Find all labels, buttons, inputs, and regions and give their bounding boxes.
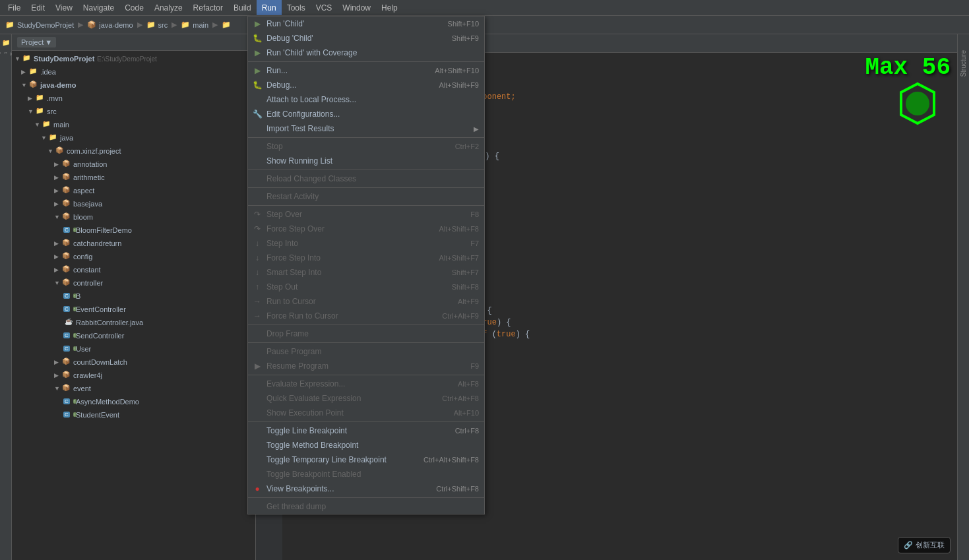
debug-child-item[interactable]: 🐛 Debug 'Child' Shift+F9: [248, 31, 484, 46]
menu-code[interactable]: Code: [119, 0, 149, 15]
tree-b-label: B: [76, 292, 80, 300]
controller-pkg-icon: 📦: [61, 278, 71, 288]
menu-vcs[interactable]: VCS: [311, 0, 338, 15]
sendcontroller-class-icon: C ↑: [63, 331, 74, 340]
step-over-item: ↷ Step Over F8: [248, 207, 484, 222]
tree-event[interactable]: ▼ 📦 event: [12, 382, 255, 395]
run-coverage-item[interactable]: ▶ Run 'Child' with Coverage: [248, 46, 484, 60]
menu-navigate[interactable]: Navigate: [78, 0, 119, 15]
menu-view[interactable]: View: [50, 0, 78, 15]
reload-label: Reload Changed Classes: [266, 174, 479, 183]
thread-dump-label: Get thread dump: [266, 502, 479, 511]
tree-java[interactable]: ▼ 📁 java: [12, 131, 255, 144]
view-bp-item[interactable]: ● View Breakpoints... Ctrl+Shift+F8: [248, 482, 484, 496]
separator-9: [248, 421, 484, 422]
rabbitcontroller-icon: ☕: [63, 318, 74, 327]
project-dropdown[interactable]: Project ▼: [17, 37, 56, 47]
tree-src[interactable]: ▼ 📁 src: [12, 105, 255, 118]
tree-bloomfilter[interactable]: C ↑ BloomFilterDemo: [12, 224, 255, 237]
menu-analyze[interactable]: Analyze: [149, 0, 188, 15]
tree-controller[interactable]: ▼ 📦 controller: [12, 276, 255, 290]
tree-java-demo-label: java-demo: [40, 81, 76, 89]
debug-alt-item[interactable]: 🐛 Debug... Alt+Shift+F9: [248, 78, 484, 92]
force-step-over-item: ↷ Force Step Over Alt+Shift+F8: [248, 222, 484, 236]
step-into-icon: ↓: [252, 239, 263, 248]
tree-sendcontroller-label: SendController: [76, 332, 124, 340]
menu-build[interactable]: Build: [228, 0, 257, 15]
tree-rabbitcontroller-label: RabbitController.java: [76, 319, 143, 327]
tree-idea[interactable]: ▶ 📁 .idea: [12, 65, 255, 78]
user-class-icon: C ↑: [63, 344, 74, 354]
import-test-item[interactable]: Import Test Results ▶: [248, 121, 484, 136]
run-child-item[interactable]: ▶ Run 'Child' Shift+F10: [248, 16, 484, 31]
force-step-over-label: Force Step Over: [266, 224, 425, 233]
breadcrumb-folder-icon: 📁: [5, 20, 15, 29]
tree-main[interactable]: ▼ 📁 main: [12, 118, 255, 131]
toggle-method-bp-item[interactable]: Toggle Method Breakpoint: [248, 438, 484, 452]
tree-studentevent[interactable]: C ↑ StudentEvent: [12, 408, 255, 421]
exec-point-label: Show Execution Point: [266, 408, 441, 418]
toggle-bp-item[interactable]: Toggle Line Breakpoint Ctrl+F8: [248, 423, 484, 438]
tree-catchandreturn[interactable]: ▶ 📦 catchandreturn: [12, 237, 255, 250]
tree-annotation[interactable]: ▶ 📦 annotation: [12, 158, 255, 171]
tree-sendcontroller[interactable]: C ↑ SendController: [12, 329, 255, 342]
debug-alt-label: Debug...: [266, 80, 425, 90]
import-test-arrow: ▶: [474, 125, 479, 133]
run-cursor-label: Run to Cursor: [266, 297, 445, 306]
tree-package-root[interactable]: ▼ 📦 com.xinzf.project: [12, 144, 255, 158]
import-test-label: Import Test Results: [266, 124, 474, 133]
breadcrumb-module: java-demo: [99, 21, 133, 29]
menu-help[interactable]: Help: [376, 0, 403, 15]
tree-constant[interactable]: ▶ 📦 constant: [12, 263, 255, 276]
force-cursor-item: → Force Run to Cursor Ctrl+Alt+F9: [248, 309, 484, 323]
project-icon[interactable]: 📁: [1, 37, 11, 47]
breadcrumb-src-icon: 📁: [146, 20, 156, 29]
tree-countdownlatch[interactable]: ▶ 📦 countDownLatch: [12, 356, 255, 369]
structure-label[interactable]: Structure: [958, 47, 968, 80]
toggle-method-bp-label: Toggle Method Breakpoint: [266, 441, 479, 450]
toggle-bp-enabled-label: Toggle Breakpoint Enabled: [266, 470, 479, 479]
tree-mvn[interactable]: ▶ 📁 .mvn: [12, 92, 255, 105]
tree-b-class[interactable]: C ↑ B: [12, 290, 255, 303]
menu-tools[interactable]: Tools: [282, 0, 311, 15]
tree-bloom[interactable]: ▼ 📦 bloom: [12, 210, 255, 224]
tree-controller-label: controller: [73, 279, 103, 287]
tree-user-class[interactable]: C ↑ User: [12, 342, 255, 356]
tree-root[interactable]: ▼ 📁 StudyDemoProjet E:\StudyDemoProjet: [12, 52, 255, 65]
run-alt-item[interactable]: ▶ Run... Alt+Shift+F10: [248, 63, 484, 78]
toggle-temp-bp-item[interactable]: Toggle Temporary Line Breakpoint Ctrl+Al…: [248, 452, 484, 467]
tree-basejava[interactable]: ▶ 📦 basejava: [12, 197, 255, 210]
toggle-bp-shortcut: Ctrl+F8: [455, 427, 479, 435]
attach-label: Attach to Local Process...: [266, 95, 479, 104]
eventcontroller-class-icon: C ↑: [63, 305, 74, 314]
tree-rabbitcontroller[interactable]: ☕ RabbitController.java: [12, 316, 255, 329]
menu-edit[interactable]: Edit: [26, 0, 50, 15]
menu-file[interactable]: File: [3, 0, 26, 15]
edit-config-item[interactable]: 🔧 Edit Configurations...: [248, 107, 484, 121]
tree-java-label: java: [60, 134, 73, 142]
attach-item[interactable]: Attach to Local Process...: [248, 92, 484, 107]
tree-constant-label: constant: [73, 266, 101, 274]
separator-10: [248, 497, 484, 498]
structure-icon[interactable]: Str: [1, 49, 11, 59]
edit-config-label: Edit Configurations...: [266, 109, 479, 119]
tree-java-demo[interactable]: ▼ 📦 java-demo: [12, 78, 255, 92]
tree-eventcontroller[interactable]: C ↑ EventController: [12, 303, 255, 316]
menu-window[interactable]: Window: [337, 0, 376, 15]
tree-config[interactable]: ▶ 📦 config: [12, 250, 255, 263]
debug-alt-icon: 🐛: [252, 80, 263, 90]
tree-mvn-label: .mvn: [47, 94, 63, 102]
edit-config-icon: 🔧: [252, 109, 263, 119]
tree-crawler4j[interactable]: ▶ 📦 crawler4j: [12, 369, 255, 382]
force-cursor-label: Force Run to Cursor: [266, 311, 429, 321]
right-structure-sidebar: Structure: [957, 34, 969, 560]
run-alt-icon: ▶: [252, 66, 263, 75]
menu-run[interactable]: Run: [257, 0, 282, 15]
tree-asyncmethoddemo[interactable]: C ↑ AsyncMethodDemo: [12, 395, 255, 408]
separator-7: [248, 342, 484, 343]
thread-dump-item: Get thread dump: [248, 499, 484, 514]
tree-arithmetic[interactable]: ▶ 📦 arithmetic: [12, 171, 255, 184]
tree-aspect[interactable]: ▶ 📦 aspect: [12, 184, 255, 197]
menu-refactor[interactable]: Refactor: [188, 0, 228, 15]
show-running-item[interactable]: Show Running List: [248, 154, 484, 168]
